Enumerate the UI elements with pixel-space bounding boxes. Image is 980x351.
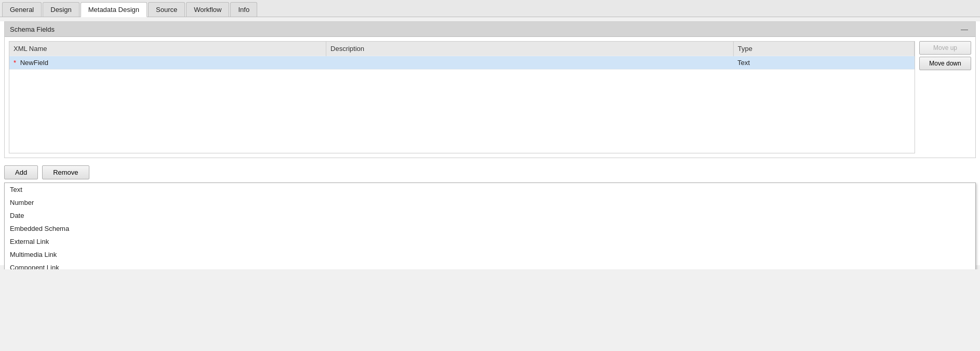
- schema-fields-header: Schema Fields —: [5, 22, 975, 37]
- required-star: *: [14, 59, 16, 67]
- add-button[interactable]: Add: [4, 165, 38, 179]
- tab-workflow[interactable]: Workflow: [186, 2, 229, 17]
- dropdown-item-external-link[interactable]: External Link: [5, 235, 975, 248]
- schema-fields-panel: Schema Fields — XML Name Description Typ…: [4, 21, 976, 158]
- move-down-button[interactable]: Move down: [919, 57, 971, 70]
- col-header-description: Description: [326, 42, 734, 56]
- dropdown-item-component-link[interactable]: Component Link: [5, 261, 975, 269]
- tab-info[interactable]: Info: [230, 2, 257, 17]
- tab-general[interactable]: General: [2, 2, 42, 17]
- schema-table: XML Name Description Type * NewField: [9, 42, 915, 153]
- dropdown-item-date[interactable]: Date: [5, 209, 975, 222]
- col-header-xml-name: XML Name: [9, 42, 326, 56]
- tab-source[interactable]: Source: [148, 2, 185, 17]
- tab-design[interactable]: Design: [43, 2, 79, 17]
- move-up-button[interactable]: Move up: [919, 41, 971, 55]
- table-row[interactable]: * NewField Text: [9, 56, 915, 70]
- table-cell-description: [326, 56, 734, 70]
- dropdown-item-number[interactable]: Number: [5, 196, 975, 209]
- type-dropdown-menu: TextNumberDateEmbedded SchemaExternal Li…: [4, 183, 976, 269]
- table-body: * NewField Text: [9, 56, 915, 153]
- dropdown-item-text[interactable]: Text: [5, 183, 975, 196]
- schema-table-wrapper: XML Name Description Type * NewField: [9, 41, 915, 153]
- move-buttons: Move up Move down: [919, 41, 971, 153]
- table-header: XML Name Description Type: [9, 42, 915, 56]
- main-content: Schema Fields — XML Name Description Typ…: [0, 21, 980, 265]
- table-cell-xml-name: * NewField: [9, 56, 326, 70]
- remove-button[interactable]: Remove: [42, 165, 89, 179]
- tab-bar: GeneralDesignMetadata DesignSourceWorkfl…: [0, 0, 980, 17]
- schema-fields-title: Schema Fields: [10, 25, 55, 33]
- col-header-type: Type: [733, 42, 914, 56]
- action-buttons-area: Add Remove: [0, 162, 980, 183]
- tab-metadata-design[interactable]: Metadata Design: [81, 2, 147, 17]
- schema-fields-collapse[interactable]: —: [959, 25, 970, 33]
- xml-name-value: NewField: [20, 59, 48, 67]
- table-area: XML Name Description Type * NewField: [5, 37, 975, 158]
- dropdown-item-multimedia-link[interactable]: Multimedia Link: [5, 248, 975, 261]
- empty-row: [9, 70, 915, 153]
- field-details-area: TextNumberDateEmbedded SchemaExternal Li…: [0, 183, 980, 265]
- dropdown-item-embedded-schema[interactable]: Embedded Schema: [5, 222, 975, 235]
- table-cell-type: Text: [733, 56, 914, 70]
